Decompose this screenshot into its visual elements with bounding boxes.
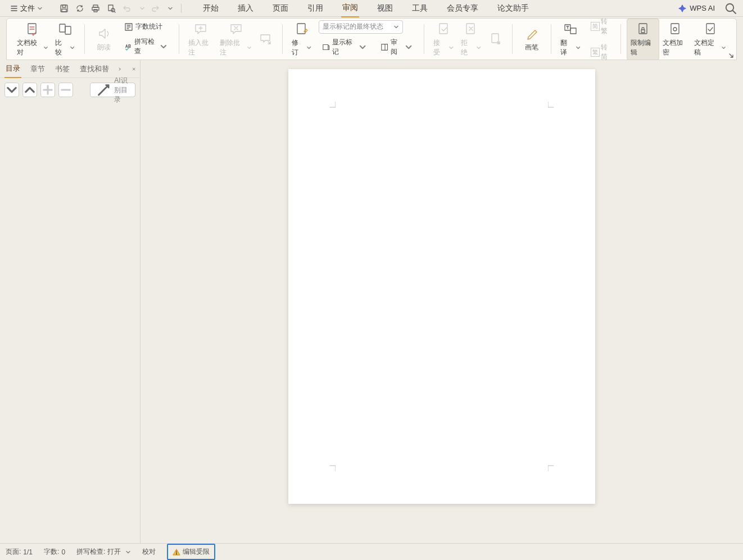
side-tab-find[interactable]: 查找和替 (79, 61, 110, 78)
compare-button[interactable]: 比较 (52, 19, 79, 60)
plus-icon (41, 83, 55, 97)
file-menu-label: 文件 (20, 3, 35, 13)
status-page[interactable]: 页面: 1/1 (6, 547, 33, 557)
document-canvas[interactable] (141, 60, 743, 543)
undo-button[interactable] (121, 3, 133, 14)
svg-rect-21 (466, 24, 474, 34)
save-button[interactable] (58, 3, 70, 14)
svg-rect-13 (60, 24, 65, 32)
print-preview-button[interactable] (106, 3, 117, 14)
group-proofing: 文档校对 比较 (10, 21, 82, 57)
track-changes-button[interactable]: 修订 (288, 19, 315, 60)
doc-compare-button[interactable]: 文档校对 (13, 19, 52, 60)
chevron-down-icon[interactable] (139, 6, 145, 11)
markup-state-dropdown[interactable]: 显示标记的最终状态 (319, 20, 403, 34)
chevron-down-icon (247, 45, 252, 51)
group-ink: 画笔 (515, 21, 549, 57)
value: 打开 (107, 547, 121, 557)
chevron-down-icon (37, 6, 43, 11)
status-wordcount[interactable]: 字数: 0 (44, 547, 65, 557)
crop-mark-icon (328, 102, 336, 110)
status-spellcheck[interactable]: 拼写检查: 打开 (76, 547, 131, 557)
reviewing-pane-button[interactable]: 审阅 (377, 36, 419, 58)
print-button[interactable] (90, 3, 101, 14)
accept-button[interactable]: 接受 (430, 19, 457, 60)
chevron-right-icon[interactable] (118, 65, 122, 74)
lock-doc-icon (635, 21, 651, 37)
word-count-icon (124, 22, 133, 31)
group-changes: 接受 拒绝 (427, 21, 510, 57)
svg-rect-29 (706, 24, 714, 34)
main-area: 目录 章节 书签 查找和替 AI识别目录 (0, 60, 743, 543)
add-button[interactable] (40, 83, 55, 97)
label: 接受 (433, 38, 446, 57)
chevron-down-icon (359, 43, 366, 52)
tab-review[interactable]: 审阅 (341, 0, 359, 17)
change-nav-button[interactable] (484, 29, 506, 49)
svg-rect-4 (62, 5, 66, 7)
tab-tools[interactable]: 工具 (411, 0, 429, 17)
warning-icon (173, 548, 180, 556)
search-button[interactable] (724, 2, 737, 15)
simp-to-trad-button[interactable]: 简转繁 (587, 15, 615, 38)
file-menu[interactable]: 文件 (6, 1, 47, 16)
ink-button[interactable]: 画笔 (518, 24, 545, 54)
page[interactable] (288, 69, 595, 504)
show-markup-button[interactable]: 显示标记 (319, 36, 373, 58)
status-proofing[interactable]: 校对 (142, 547, 156, 557)
chevron-down-icon (70, 45, 75, 51)
quick-access-toolbar (58, 3, 185, 14)
finalize-doc-button[interactable]: 文档定稿 (691, 19, 730, 60)
delete-comment-button[interactable]: 删除批注 (216, 19, 255, 60)
speaker-icon (96, 26, 112, 42)
expand-down-button[interactable] (4, 83, 19, 97)
collapse-up-button[interactable] (22, 83, 37, 97)
ai-toc-button[interactable]: AI识别目录 (90, 83, 135, 97)
tab-member[interactable]: 会员专享 (446, 0, 479, 17)
chevron-down-icon (448, 45, 454, 51)
label: 画笔 (525, 43, 538, 52)
group-translate: 翻译 简转繁 繁转简 (554, 21, 618, 57)
tab-page[interactable]: 页面 (271, 0, 289, 17)
comment-nav-button[interactable] (255, 29, 277, 49)
track-icon (294, 21, 310, 37)
side-tab-chapters[interactable]: 章节 (29, 61, 46, 78)
separator (620, 24, 621, 54)
compare-icon (57, 21, 73, 37)
label: 校对 (142, 547, 156, 557)
side-tab-bookmarks[interactable]: 书签 (54, 61, 71, 78)
restrict-editing-button[interactable]: 限制编辑 (627, 19, 659, 60)
translate-button[interactable]: 翻译 (557, 19, 584, 60)
spell-check-button[interactable]: 拼写检查 (121, 35, 174, 58)
tab-thesis-helper[interactable]: 论文助手 (496, 0, 530, 17)
tab-insert[interactable]: 插入 (237, 0, 255, 17)
remove-button[interactable] (58, 83, 73, 97)
tab-view[interactable]: 视图 (376, 0, 394, 17)
reject-button[interactable]: 拒绝 (457, 19, 485, 60)
sync-button[interactable] (74, 3, 85, 14)
tab-references[interactable]: 引用 (306, 0, 324, 17)
wps-ai-button[interactable]: WPS AI (674, 2, 719, 15)
encrypt-doc-button[interactable]: 文档加密 (659, 19, 691, 60)
crop-mark-icon (548, 463, 556, 471)
chevron-up-icon (23, 83, 37, 97)
ribbon: 文档校对 比较 朗读 字数统计 拼写检查 插入批注 删除批注 (6, 18, 737, 60)
side-tab-toc[interactable]: 目录 (4, 60, 21, 78)
read-aloud-button[interactable]: 朗读 (90, 24, 117, 54)
ribbon-expand-icon[interactable] (728, 53, 734, 58)
close-icon[interactable] (132, 65, 136, 74)
chevron-down-icon (43, 45, 48, 51)
group-protect: 限制编辑 文档加密 文档定稿 (623, 21, 733, 57)
svg-rect-24 (570, 28, 576, 34)
navigation-pane: 目录 章节 书签 查找和替 AI识别目录 (0, 60, 141, 543)
chevron-down-icon (721, 45, 726, 51)
insert-comment-button[interactable]: 插入批注 (185, 19, 216, 60)
tab-start[interactable]: 开始 (202, 0, 220, 17)
word-count-button[interactable]: 字数统计 (121, 20, 174, 33)
toc-content (0, 102, 140, 543)
chevron-down-icon (576, 45, 581, 51)
chevron-down-icon[interactable] (167, 6, 173, 11)
status-edit-restricted[interactable]: 编辑受限 (167, 544, 215, 560)
redo-button[interactable] (149, 3, 161, 14)
group-comments: 插入批注 删除批注 (182, 21, 280, 57)
